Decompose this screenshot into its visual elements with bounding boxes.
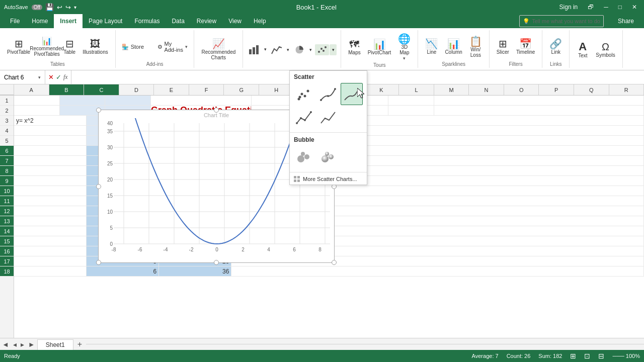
link-button[interactable]: 🔗 Link bbox=[546, 37, 565, 56]
save-icon[interactable]: 💾 bbox=[45, 3, 54, 11]
col-header-o[interactable]: O bbox=[504, 84, 539, 95]
line-chart-button[interactable] bbox=[270, 44, 284, 55]
col-header-e[interactable]: E bbox=[154, 84, 189, 95]
col-header-k[interactable]: K bbox=[364, 84, 399, 95]
tab-insert[interactable]: Insert bbox=[54, 14, 83, 28]
col-header-f[interactable]: F bbox=[189, 84, 224, 95]
view-pagebreak-icon[interactable]: ⊟ bbox=[598, 352, 604, 360]
row-18[interactable]: 18 bbox=[0, 266, 14, 277]
cell-a7[interactable] bbox=[14, 156, 87, 165]
illustrations-button[interactable]: 🖼 Illustrations bbox=[79, 37, 111, 56]
chart-handle-ml[interactable] bbox=[96, 184, 101, 189]
column-chart-dropdown[interactable]: ▾ bbox=[262, 44, 269, 55]
table-button[interactable]: ⊟ Table bbox=[60, 37, 78, 56]
chart-handle-tl[interactable] bbox=[96, 108, 101, 113]
row-13[interactable]: 13 bbox=[0, 216, 14, 226]
col-header-b[interactable]: B bbox=[49, 84, 85, 95]
cell-a8[interactable] bbox=[14, 166, 87, 175]
chart-handle-tm[interactable] bbox=[214, 108, 219, 113]
tab-view[interactable]: View bbox=[222, 14, 248, 28]
sheet-tab-next[interactable]: ► bbox=[26, 340, 37, 348]
cell-rest-18[interactable] bbox=[231, 266, 644, 276]
tab-file[interactable]: File bbox=[4, 14, 26, 28]
scatter-smooth-lines-button[interactable] bbox=[341, 83, 363, 105]
cell-c1[interactable] bbox=[105, 96, 151, 105]
row-7[interactable]: 7 bbox=[0, 156, 14, 166]
my-addins-button[interactable]: ⚙ My Add-ins ▾ bbox=[155, 40, 190, 54]
cell-d1[interactable] bbox=[151, 96, 252, 105]
add-sheet-button[interactable]: + bbox=[73, 340, 86, 349]
col-header-m[interactable]: M bbox=[434, 84, 469, 95]
row-16[interactable]: 16 bbox=[0, 246, 14, 256]
cell-a1[interactable] bbox=[14, 96, 60, 105]
close-icon[interactable]: ✕ bbox=[629, 3, 640, 12]
chart-handle-bl[interactable] bbox=[96, 260, 101, 265]
cell-a10[interactable] bbox=[14, 186, 87, 196]
tab-page-layout[interactable]: Page Layout bbox=[83, 14, 128, 28]
row-3[interactable]: 3 bbox=[0, 116, 14, 126]
tab-home[interactable]: Home bbox=[26, 14, 54, 28]
symbols-button[interactable]: Ω Symbols bbox=[593, 40, 618, 59]
scatter-smooth-lines-markers-button[interactable] bbox=[317, 83, 339, 105]
insert-function-icon[interactable]: fx bbox=[63, 73, 68, 81]
cell-h1[interactable] bbox=[388, 96, 434, 105]
column-sparkline-button[interactable]: 📊 Column bbox=[442, 37, 465, 56]
row-5[interactable]: 5 bbox=[0, 136, 14, 146]
tab-data[interactable]: Data bbox=[166, 14, 190, 28]
pivot-chart-button[interactable]: 📊 PivotChart bbox=[365, 38, 394, 57]
cell-rest-1[interactable] bbox=[434, 96, 644, 105]
cell-a2[interactable] bbox=[14, 106, 60, 115]
bubble-chart-button[interactable] bbox=[293, 146, 315, 168]
restore-window-icon[interactable]: 🗗 bbox=[585, 3, 597, 12]
cell-b1[interactable] bbox=[60, 96, 106, 105]
col-header-d[interactable]: D bbox=[119, 84, 154, 95]
cell-a3[interactable]: y= x^2 bbox=[14, 116, 87, 125]
col-header-l[interactable]: L bbox=[399, 84, 434, 95]
scatter-markers-button[interactable] bbox=[293, 83, 315, 105]
scatter-straight-lines-button[interactable] bbox=[317, 106, 339, 128]
chart-handle-bm[interactable] bbox=[214, 260, 219, 265]
tab-formulas[interactable]: Formulas bbox=[128, 14, 166, 28]
column-chart-button[interactable] bbox=[247, 44, 261, 55]
recommended-charts-button[interactable]: 📈 RecommendedCharts bbox=[198, 37, 238, 62]
sheet-tab-prev-page[interactable]: ◂ bbox=[11, 340, 19, 348]
text-button[interactable]: A Text bbox=[574, 40, 592, 60]
col-header-n[interactable]: N bbox=[469, 84, 504, 95]
row-8[interactable]: 8 bbox=[0, 166, 14, 176]
confirm-formula-icon[interactable]: ✓ bbox=[56, 73, 61, 81]
row-11[interactable]: 11 bbox=[0, 196, 14, 206]
signin-button[interactable]: Sign in bbox=[556, 3, 581, 12]
win-loss-button[interactable]: 📋 Win/Loss bbox=[466, 35, 485, 59]
col-header-q[interactable]: Q bbox=[574, 84, 609, 95]
cell-ref-dropdown[interactable]: ▾ bbox=[38, 75, 41, 80]
row-6[interactable]: 6 bbox=[0, 146, 14, 156]
line-chart-dropdown[interactable]: ▾ bbox=[284, 44, 291, 55]
cell-a17[interactable] bbox=[14, 256, 87, 266]
cell-a9[interactable] bbox=[14, 176, 87, 186]
recommended-pivot-tables-button[interactable]: 📊 RecommendedPivotTables bbox=[34, 36, 59, 58]
row-4[interactable]: 4 bbox=[0, 126, 14, 136]
tab-review[interactable]: Review bbox=[191, 14, 222, 28]
cell-b18[interactable]: 6 bbox=[87, 266, 159, 276]
cell-a14[interactable] bbox=[14, 226, 87, 236]
row-1[interactable]: 1 bbox=[0, 96, 14, 106]
cell-a12[interactable] bbox=[14, 206, 87, 216]
row-9[interactable]: 9 bbox=[0, 176, 14, 186]
row-10[interactable]: 10 bbox=[0, 186, 14, 196]
col-header-g[interactable]: G bbox=[224, 84, 259, 95]
col-header-r[interactable]: R bbox=[609, 84, 644, 95]
slicer-button[interactable]: ⊞ Slicer bbox=[494, 37, 512, 56]
3d-map-button[interactable]: 🌐 3DMap ▾ bbox=[395, 32, 414, 62]
row-17[interactable]: 17 bbox=[0, 256, 14, 266]
cell-a18[interactable] bbox=[14, 266, 87, 276]
scatter-chart-dropdown[interactable]: ▾ bbox=[330, 44, 337, 55]
row-14[interactable]: 14 bbox=[0, 226, 14, 236]
scatter-chart-button[interactable] bbox=[315, 44, 329, 55]
timeline-button[interactable]: 📅 Timeline bbox=[513, 37, 538, 56]
cell-a11[interactable] bbox=[14, 196, 87, 206]
more-scatter-charts-link[interactable]: More Scatter Charts... bbox=[290, 173, 367, 185]
cell-reference-box[interactable]: Chart 6 ▾ bbox=[0, 70, 45, 84]
cell-a15[interactable] bbox=[14, 236, 87, 246]
col-header-c[interactable]: C bbox=[84, 84, 119, 95]
view-layout-icon[interactable]: ⊡ bbox=[584, 352, 590, 360]
